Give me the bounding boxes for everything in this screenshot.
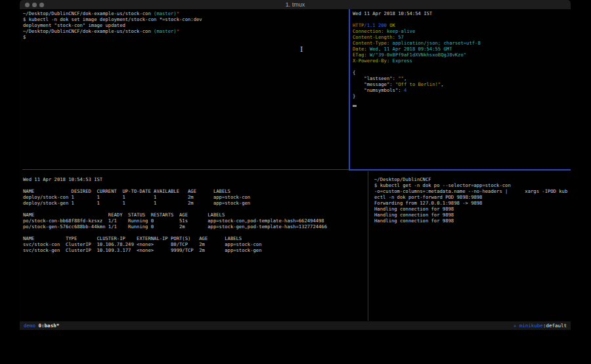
mouse-cursor-ibeam: I: [300, 46, 303, 53]
terminal-line: [353, 64, 569, 70]
terminal-line: po/stock-con-bb68f88fd-kzsxz 1/1 Running…: [23, 218, 364, 224]
terminal-line: Date: Wed, 11 Apr 2018 09:54:55 GMT: [353, 46, 569, 52]
terminal-line: [23, 206, 364, 212]
terminal-line: HTTP/1.1 200 OK: [353, 22, 569, 28]
terminal-line: NAME READY STATUS RESTARTS AGE LABELS: [23, 212, 364, 218]
desktop-background: 1. tmux ~/Desktop/DublinCNCF/dok-example…: [0, 0, 591, 364]
terminal-line: ~/Desktop/DublinCNCF: [374, 176, 569, 182]
tmux-session-name: demo: [24, 323, 35, 329]
terminal-line: Forwarding from 127.0.0.1:9898 -> 9898: [374, 200, 569, 206]
terminal-line: svc/stock-con ClusterIP 10.106.78.249 <n…: [23, 241, 364, 247]
terminal-line: }: [353, 93, 569, 99]
terminal-line: ~/Desktop/DublinCNCF/dok-example-us/stoc…: [23, 10, 348, 16]
terminal-line: NAME DESIRED CURRENT UP-TO-DATE AVAILABL…: [23, 188, 364, 194]
tmux-status-bar: demo 0:bash* ✳ minikube:default: [20, 321, 571, 330]
terminal-line: ectl -n dok port-forward POD 9898:9898: [374, 194, 569, 200]
pane-border-horizontal-right: [349, 169, 571, 171]
terminal-line: [353, 16, 569, 22]
terminal-line: "numsymbols": 4: [353, 87, 569, 93]
terminal-line: [23, 182, 364, 188]
terminal-line: -o=custom-columns=:metadata.name --no-he…: [374, 188, 569, 194]
kube-namespace: :default: [543, 323, 567, 329]
terminal-line: Connection: keep-alive: [353, 28, 569, 34]
terminal-line: po/stock-gen-576cc688bb-44kmn 1/1 Runnin…: [23, 224, 364, 230]
window-title: 1. tmux: [20, 1, 571, 9]
terminal-window: 1. tmux ~/Desktop/DublinCNCF/dok-example…: [20, 0, 571, 331]
pane-border-vertical-bottom: [368, 171, 368, 321]
pane-top-right-http-response[interactable]: Wed 11 Apr 2018 10:54:54 ISTHTTP/1.1 200…: [353, 10, 569, 169]
terminal-line: svc/stock-gen ClusterIP 10.109.3.177 <no…: [23, 247, 364, 253]
window-titlebar[interactable]: 1. tmux: [20, 0, 571, 10]
terminal-line: Content-Type: application/json; charset=…: [353, 40, 569, 46]
terminal-line: ~/Desktop/DublinCNCF/dok-example-us/stoc…: [23, 28, 348, 34]
terminal-line: $ kubectl -n dok set image deployment/st…: [23, 16, 348, 22]
pane-border-horizontal-left: [22, 169, 349, 170]
terminal-line: {: [353, 70, 569, 75]
status-right-group: ✳ minikube:default: [514, 321, 567, 331]
terminal-line: deployment "stock-con" image updated: [23, 22, 348, 28]
terminal-line: Handling connection for 9898: [374, 218, 569, 224]
tmux-window-tab[interactable]: 0:bash*: [39, 323, 60, 329]
terminal-line: deploy/stock-con 1 1 1 1 2m app=stock-co…: [23, 194, 364, 200]
terminal-line: "message": "Off to Berlin!",: [353, 81, 569, 87]
pane-border-vertical-top: [349, 9, 350, 170]
terminal-line: NAME TYPE CLUSTER-IP EXTERNAL-IP PORT(S)…: [23, 235, 364, 241]
terminal-line: Wed 11 Apr 2018 10:54:54 IST: [353, 10, 569, 16]
terminal-line: Wed 11 Apr 2018 10:54:53 IST: [23, 176, 364, 182]
terminal-line: [353, 105, 569, 111]
pane-bottom-right-port-forward[interactable]: ~/Desktop/DublinCNCF$ kubectl get -n dok…: [374, 176, 569, 319]
kube-context: minikube: [519, 323, 543, 329]
terminal-line: Content-Length: 57: [353, 34, 569, 40]
terminal-line: "lastseen": "",: [353, 75, 569, 81]
terminal-line: $ kubectl get -n dok po --selector=app=s…: [374, 182, 569, 188]
terminal-line: deploy/stock-gen 1 1 1 1 2m app=stock-ge…: [23, 200, 364, 206]
status-left-group: demo 0:bash*: [24, 321, 59, 330]
terminal-line: X-Powered-By: Express: [353, 58, 569, 64]
terminal-line: ETag: W/"39-0xBPf9aF1dXVNkhsxoBQgJ8vKzo": [353, 52, 569, 58]
terminal-line: [353, 99, 569, 105]
terminal-line: [23, 230, 364, 235]
terminal-line: Handling connection for 9898: [374, 206, 569, 212]
pane-top-left-shell[interactable]: ~/Desktop/DublinCNCF/dok-example-us/stoc…: [23, 10, 348, 169]
terminal-line: $: [23, 34, 348, 40]
terminal-line: Handling connection for 9898: [374, 212, 569, 218]
pane-bottom-left-kubectl-get[interactable]: Wed 11 Apr 2018 10:54:53 ISTNAME DESIRED…: [23, 176, 364, 319]
